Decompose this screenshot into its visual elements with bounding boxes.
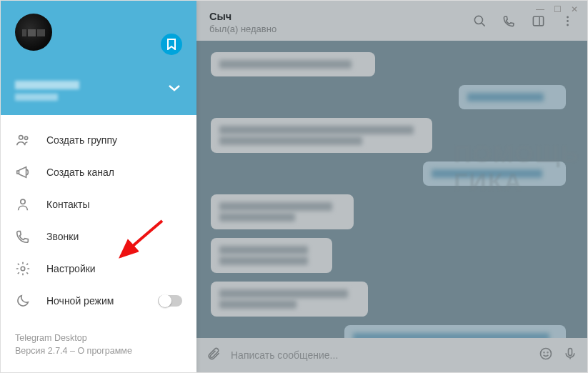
svg-point-11 [547, 352, 548, 353]
svg-point-1 [24, 136, 27, 139]
svg-point-8 [567, 24, 569, 26]
chevron-down-icon [168, 84, 181, 92]
sidebar-header [1, 1, 196, 115]
phone-icon [15, 229, 31, 244]
app-version[interactable]: Версия 2.7.4 – О программе [15, 344, 182, 358]
search-icon [473, 14, 487, 28]
message-input[interactable]: Написать сообщение... [231, 349, 529, 361]
message-in[interactable] [211, 238, 332, 273]
moon-icon [15, 293, 31, 309]
app-name: Telegram Desktop [15, 332, 182, 345]
person-icon [15, 197, 31, 212]
sidebar-footer: Telegram Desktop Версия 2.7.4 – О програ… [1, 322, 196, 373]
svg-point-0 [19, 135, 24, 139]
smile-icon [539, 347, 553, 361]
megaphone-icon [15, 164, 31, 180]
username [15, 81, 79, 101]
menu-create-channel[interactable]: Создать канал [1, 156, 196, 188]
gear-icon [15, 261, 31, 277]
avatar[interactable] [15, 14, 52, 51]
group-icon [15, 132, 31, 148]
message-in[interactable] [211, 194, 354, 229]
svg-point-9 [541, 349, 552, 359]
message-out[interactable] [344, 325, 566, 338]
window-maximize[interactable]: ☐ [553, 5, 562, 14]
svg-point-3 [21, 267, 25, 271]
search-button[interactable] [473, 14, 487, 31]
night-mode-toggle[interactable] [158, 295, 182, 307]
account-dropdown[interactable] [168, 82, 181, 95]
bookmark-icon [166, 39, 176, 50]
svg-rect-12 [569, 349, 572, 356]
menu-label: Контакты [46, 199, 89, 210]
call-button[interactable] [502, 14, 516, 31]
phone-icon [502, 14, 516, 28]
svg-point-2 [21, 199, 25, 204]
message-out[interactable] [423, 161, 566, 186]
svg-point-10 [544, 352, 544, 353]
menu-label: Ночной режим [46, 295, 114, 307]
paperclip-icon [206, 347, 221, 361]
message-in[interactable] [211, 52, 375, 76]
window-minimize[interactable]: — [536, 5, 544, 14]
menu-label: Настройки [46, 263, 96, 274]
menu-label: Создать канал [46, 166, 114, 178]
menu-contacts[interactable]: Контакты [1, 188, 196, 220]
svg-point-7 [567, 20, 569, 22]
window-close[interactable]: ✕ [570, 5, 579, 14]
voice-button[interactable] [563, 347, 577, 364]
chat-title-block: Сыч был(а) недавно [209, 11, 276, 34]
menu-label: Создать группу [46, 134, 117, 146]
menu-create-group[interactable]: Создать группу [1, 124, 196, 156]
chat-status: был(а) недавно [209, 24, 276, 34]
message-out[interactable] [459, 85, 566, 109]
menu-list: Создать группу Создать канал Контакты Зв… [1, 115, 196, 322]
menu-label: Звонки [46, 231, 79, 242]
saved-messages-button[interactable] [161, 34, 182, 55]
menu-settings[interactable]: Настройки [1, 252, 196, 284]
menu-calls[interactable]: Звонки [1, 220, 196, 252]
chat-area: Сыч был(а) недавно ПОМОЩЬГИКА [196, 1, 587, 372]
sidebar-menu: Создать группу Создать канал Контакты Зв… [1, 1, 196, 372]
message-in[interactable] [211, 118, 432, 153]
chat-title: Сыч [209, 11, 276, 22]
svg-point-4 [474, 16, 482, 24]
messages[interactable] [196, 41, 587, 338]
message-input-bar: Написать сообщение... [196, 338, 587, 372]
mic-icon [563, 347, 577, 361]
emoji-button[interactable] [539, 347, 553, 364]
menu-night-mode[interactable]: Ночной режим [1, 284, 196, 317]
message-in[interactable] [211, 282, 368, 317]
attach-button[interactable] [206, 347, 221, 364]
